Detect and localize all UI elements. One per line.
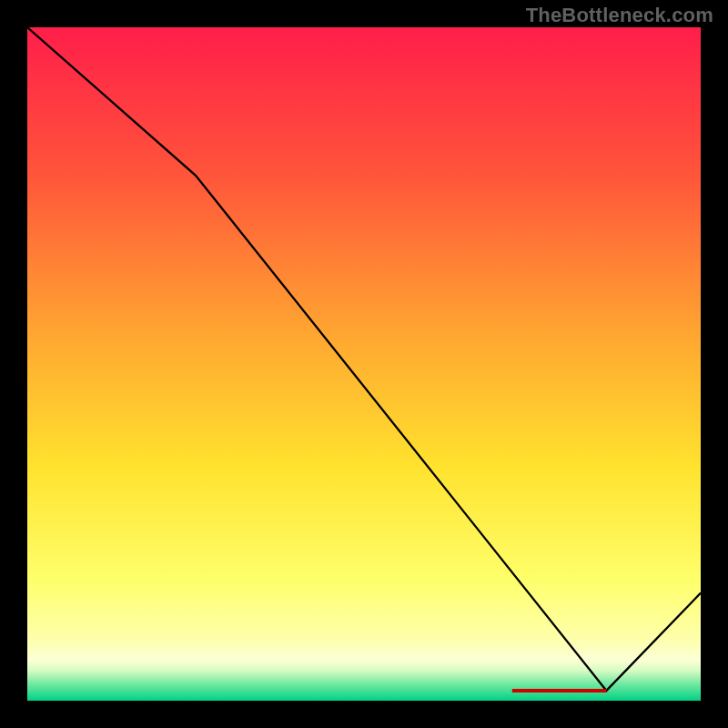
gradient-background [27,27,701,701]
plot-area [27,27,701,701]
watermark-text: TheBottleneck.com [526,4,713,27]
chart-container: TheBottleneck.com [0,0,728,728]
chart-svg [27,27,701,701]
